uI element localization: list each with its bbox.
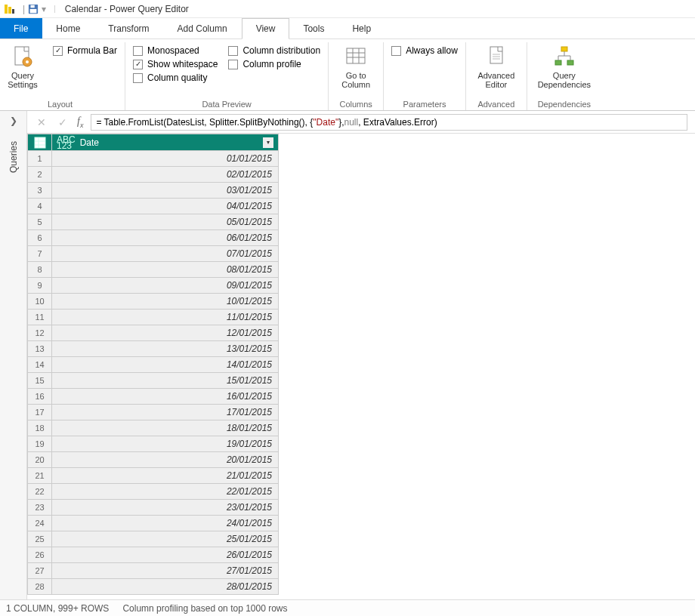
table-row[interactable]: 1111/01/2015 [28,310,279,325]
advanced-editor-button[interactable]: Advanced Editor [474,44,519,91]
table-row[interactable]: 2626/01/2015 [28,547,279,563]
row-number[interactable]: 9 [28,278,52,294]
row-number[interactable]: 26 [28,547,52,563]
formula-input[interactable]: = Table.FromList(DatesList, Splitter.Spl… [91,114,687,131]
row-number[interactable]: 2 [28,167,52,183]
cell-date[interactable]: 05/01/2015 [52,214,279,230]
tab-transform[interactable]: Transform [94,18,163,38]
row-number[interactable]: 7 [28,246,52,262]
cell-date[interactable]: 12/01/2015 [52,325,279,341]
tab-help[interactable]: Help [338,18,385,38]
column-profile-checkbox[interactable]: Column profile [228,59,320,69]
table-row[interactable]: 1515/01/2015 [28,373,279,389]
row-number[interactable]: 14 [28,357,52,373]
row-number[interactable]: 17 [28,405,52,420]
table-row[interactable]: 2828/01/2015 [28,579,279,595]
table-row[interactable]: 2222/01/2015 [28,484,279,500]
row-number[interactable]: 5 [28,214,52,230]
cell-date[interactable]: 07/01/2015 [52,246,279,262]
column-distribution-checkbox[interactable]: Column distribution [228,45,320,56]
table-row[interactable]: 1616/01/2015 [28,389,279,405]
cancel-icon[interactable]: ✕ [35,116,48,129]
table-row[interactable]: 1717/01/2015 [28,405,279,420]
filter-dropdown-icon[interactable]: ▾ [263,137,273,148]
row-number[interactable]: 4 [28,199,52,214]
table-row[interactable]: 202/01/2015 [28,167,279,183]
table-row[interactable]: 1414/01/2015 [28,357,279,373]
row-number[interactable]: 21 [28,468,52,484]
row-number[interactable]: 19 [28,436,52,452]
row-number[interactable]: 3 [28,183,52,199]
tab-home[interactable]: Home [42,18,94,38]
column-header-date[interactable]: ABC123 Date ▾ [52,134,279,151]
table-row[interactable]: 1919/01/2015 [28,436,279,452]
row-number[interactable]: 20 [28,452,52,468]
select-all-corner[interactable] [28,134,52,151]
row-number[interactable]: 11 [28,310,52,325]
row-number[interactable]: 8 [28,262,52,278]
row-number[interactable]: 22 [28,484,52,500]
tab-view[interactable]: View [242,18,290,39]
row-number[interactable]: 18 [28,420,52,436]
data-grid[interactable]: ABC123 Date ▾ 101/01/2015202/01/2015303/… [27,134,695,599]
cell-date[interactable]: 15/01/2015 [52,373,279,389]
cell-date[interactable]: 28/01/2015 [52,579,279,595]
cell-date[interactable]: 27/01/2015 [52,563,279,579]
row-number[interactable]: 23 [28,500,52,516]
always-allow-checkbox[interactable]: Always allow [391,45,458,56]
query-settings-button[interactable]: Query Settings [3,44,42,91]
tab-addcolumn[interactable]: Add Column [164,18,242,38]
monospaced-checkbox[interactable]: Monospaced [133,45,218,56]
query-dependencies-button[interactable]: Query Dependencies [535,44,594,91]
cell-date[interactable]: 17/01/2015 [52,405,279,420]
row-number[interactable]: 12 [28,325,52,341]
table-row[interactable]: 2525/01/2015 [28,531,279,547]
cell-date[interactable]: 03/01/2015 [52,183,279,199]
row-number[interactable]: 28 [28,579,52,595]
cell-date[interactable]: 02/01/2015 [52,167,279,183]
cell-date[interactable]: 21/01/2015 [52,468,279,484]
table-row[interactable]: 1212/01/2015 [28,325,279,341]
table-row[interactable]: 2424/01/2015 [28,516,279,531]
column-quality-checkbox[interactable]: Column quality [133,72,218,83]
table-row[interactable]: 707/01/2015 [28,246,279,262]
fx-icon[interactable]: fx [77,116,83,129]
formula-bar-checkbox[interactable]: Formula Bar [53,45,117,56]
cell-date[interactable]: 10/01/2015 [52,294,279,310]
cell-date[interactable]: 14/01/2015 [52,357,279,373]
row-number[interactable]: 13 [28,341,52,357]
table-row[interactable]: 303/01/2015 [28,183,279,199]
cell-date[interactable]: 20/01/2015 [52,452,279,468]
table-row[interactable]: 505/01/2015 [28,214,279,230]
row-number[interactable]: 10 [28,294,52,310]
cell-date[interactable]: 23/01/2015 [52,500,279,516]
table-row[interactable]: 404/01/2015 [28,199,279,214]
table-row[interactable]: 2121/01/2015 [28,468,279,484]
abc123-type-icon[interactable]: ABC123 [57,137,76,149]
table-row[interactable]: 101/01/2015 [28,151,279,167]
table-row[interactable]: 1818/01/2015 [28,420,279,436]
cell-date[interactable]: 16/01/2015 [52,389,279,405]
cell-date[interactable]: 18/01/2015 [52,420,279,436]
cell-date[interactable]: 26/01/2015 [52,547,279,563]
row-number[interactable]: 6 [28,230,52,246]
table-row[interactable]: 909/01/2015 [28,278,279,294]
cell-date[interactable]: 13/01/2015 [52,341,279,357]
row-number[interactable]: 16 [28,389,52,405]
table-row[interactable]: 2323/01/2015 [28,500,279,516]
row-number[interactable]: 27 [28,563,52,579]
table-row[interactable]: 1313/01/2015 [28,341,279,357]
cell-date[interactable]: 09/01/2015 [52,278,279,294]
cell-date[interactable]: 25/01/2015 [52,531,279,547]
table-row[interactable]: 606/01/2015 [28,230,279,246]
row-number[interactable]: 1 [28,151,52,167]
chevron-right-icon[interactable]: ❯ [10,116,17,126]
cell-date[interactable]: 08/01/2015 [52,262,279,278]
cell-date[interactable]: 24/01/2015 [52,516,279,531]
cell-date[interactable]: 19/01/2015 [52,436,279,452]
cell-date[interactable]: 06/01/2015 [52,230,279,246]
queries-panel-collapsed[interactable]: ❯ Queries [0,111,27,599]
goto-column-button[interactable]: Go to Column [336,44,375,91]
table-row[interactable]: 1010/01/2015 [28,294,279,310]
row-number[interactable]: 25 [28,531,52,547]
